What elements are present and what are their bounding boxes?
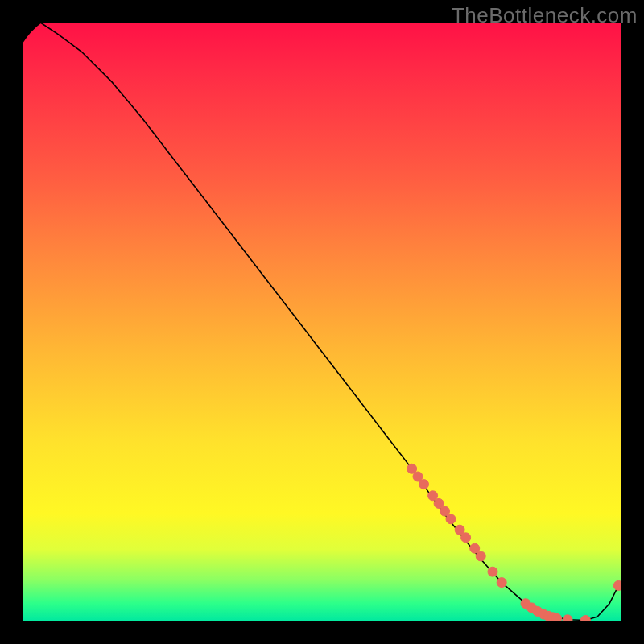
- bottleneck-curve: [40, 23, 618, 621]
- data-marker: [497, 578, 506, 588]
- data-marker: [580, 616, 590, 622]
- chart-stage: TheBottleneck.com: [0, 0, 644, 644]
- data-marker: [446, 514, 456, 524]
- watermark-label: TheBottleneck.com: [452, 3, 638, 28]
- data-marker: [419, 480, 429, 489]
- data-marker: [563, 615, 572, 621]
- corner-notch: [23, 23, 42, 43]
- plot-area: [23, 23, 621, 621]
- data-marker: [488, 567, 497, 576]
- data-marker: [461, 533, 471, 543]
- data-marker: [552, 613, 562, 621]
- data-markers: [407, 464, 621, 621]
- chart-overlay-svg: [23, 23, 621, 621]
- data-marker: [476, 551, 485, 561]
- data-marker: [613, 580, 621, 590]
